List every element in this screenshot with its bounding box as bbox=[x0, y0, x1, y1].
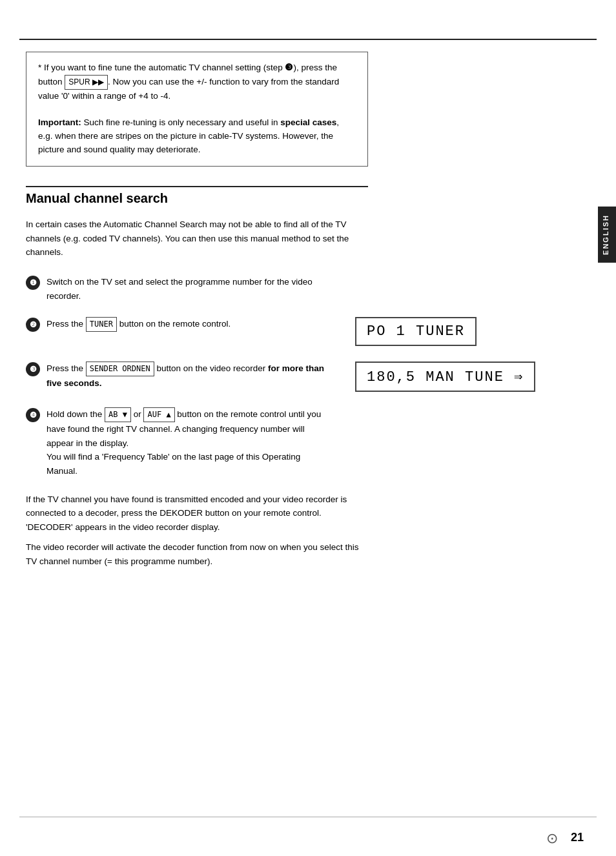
footer-para-2: The video recorder will activate the dec… bbox=[26, 540, 368, 568]
fine-tune-note-box: * If you want to fine tune the automatic… bbox=[26, 52, 368, 167]
page: ENGLISH * If you want to fine tune the a… bbox=[0, 0, 616, 856]
step-4-number: ❹ bbox=[26, 408, 40, 422]
step-2-text: Press the TUNER button on the remote con… bbox=[46, 317, 231, 332]
step-1: ❶ Switch on the TV set and select the pr… bbox=[26, 275, 581, 303]
step-1-number: ❶ bbox=[26, 276, 40, 290]
step-2-number: ❷ bbox=[26, 318, 40, 332]
sender-ordnen-button-ref: SENDER ORDNEN bbox=[86, 362, 154, 376]
step-2-display-area: PO 1 TUNER bbox=[342, 317, 581, 346]
footer-para-1: If the TV channel you have found is tran… bbox=[26, 493, 368, 535]
step-4: ❹ Hold down the AB ▼ or AUF ▲ button on … bbox=[26, 407, 581, 478]
bottom-rule bbox=[19, 817, 597, 817]
step-3-left: ❸ Press the SENDER ORDNEN button on the … bbox=[26, 362, 342, 391]
step-3-display-area: 180,5 MAN TUNE ⇒ bbox=[342, 362, 581, 392]
display-po1-tuner: PO 1 TUNER bbox=[355, 317, 477, 346]
ab-button-ref: AB ▼ bbox=[105, 407, 131, 422]
step-3-text: Press the SENDER ORDNEN button on the vi… bbox=[46, 362, 331, 391]
dekoder-button-ref: DEKODER bbox=[159, 508, 203, 518]
fine-tune-text: * If you want to fine tune the automatic… bbox=[38, 63, 339, 154]
top-rule bbox=[19, 39, 597, 40]
main-content: * If you want to fine tune the automatic… bbox=[26, 45, 584, 811]
auf-button-ref: AUF ▲ bbox=[143, 407, 174, 422]
page-number: 21 bbox=[571, 831, 584, 844]
intro-paragraph: In certain cases the Automatic Channel S… bbox=[26, 218, 368, 260]
step-4-text: Hold down the AB ▼ or AUF ▲ button on th… bbox=[46, 407, 331, 478]
spur-button-inline: SPUR ▶▶ bbox=[65, 75, 108, 90]
section-title: Manual channel search bbox=[26, 191, 584, 206]
display-180-man-tune: 180,5 MAN TUNE ⇒ bbox=[355, 362, 535, 392]
step-2-left: ❷ Press the TUNER button on the remote c… bbox=[26, 317, 342, 332]
sidebar-english-tab: ENGLISH bbox=[598, 207, 616, 263]
settings-icon: ⊙ bbox=[546, 830, 558, 847]
section-divider bbox=[26, 186, 368, 187]
step-2-row: ❷ Press the TUNER button on the remote c… bbox=[26, 317, 581, 346]
steps-container: ❶ Switch on the TV set and select the pr… bbox=[26, 275, 581, 478]
step-3-row: ❸ Press the SENDER ORDNEN button on the … bbox=[26, 362, 581, 392]
step-1-text: Switch on the TV set and select the prog… bbox=[46, 275, 331, 303]
tuner-button-ref: TUNER bbox=[86, 317, 117, 332]
step-3-number: ❸ bbox=[26, 362, 40, 376]
